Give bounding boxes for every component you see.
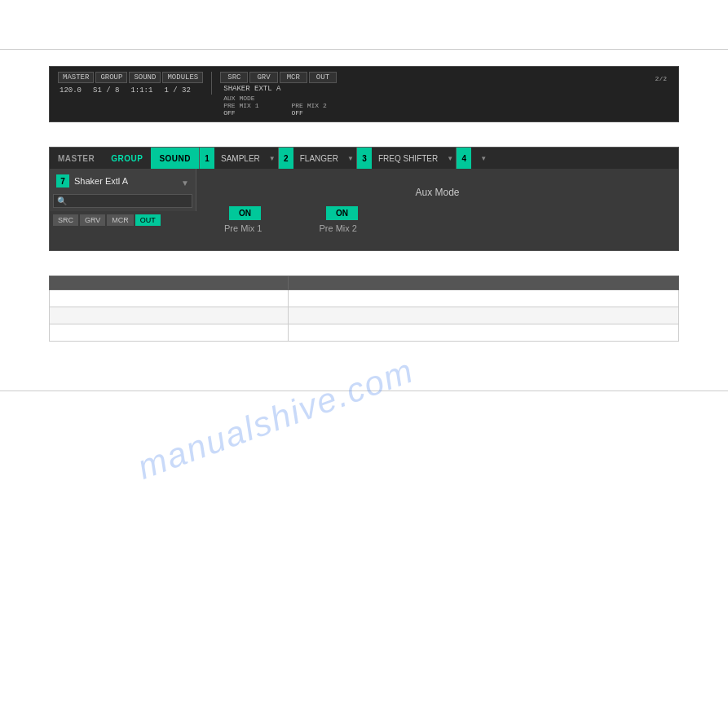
plugin-slot-4: 4 ▼ — [456, 148, 489, 169]
transport-panel: MASTER GROUP SOUND MODULES 120.0 S1 / 8 … — [49, 66, 679, 122]
bottom-tab-grv[interactable]: GRV — [80, 214, 105, 226]
transport-premix2-label: PRE MIX 2 — [291, 102, 326, 109]
plugin-arrow-3[interactable]: ▼ — [444, 155, 456, 162]
plugin-num-4: 4 — [457, 148, 471, 169]
transport-tab-group[interactable]: GROUP — [95, 72, 127, 83]
transport-time: 1:1:1 — [130, 86, 152, 95]
mixer-right: Aux Mode ON ON Pre Mix 1 Pre Mix 2 — [196, 169, 678, 250]
table-row — [50, 307, 679, 324]
table-header-col1 — [50, 276, 289, 290]
sound-dropdown-arrow[interactable]: ▼ — [178, 175, 192, 191]
bottom-tab-mcr[interactable]: MCR — [107, 214, 134, 226]
table-cell-2-2 — [289, 307, 679, 324]
sound-item-7[interactable]: 7 Shaker Extl A — [53, 172, 131, 190]
plugin-num-1: 1 — [200, 148, 214, 169]
transport-left: MASTER GROUP SOUND MODULES 120.0 S1 / 8 … — [58, 72, 212, 95]
plugin-arrow-1[interactable]: ▼ — [267, 155, 278, 162]
transport-premix2-value: OFF — [291, 109, 326, 117]
aux-on-btn-2[interactable]: ON — [326, 206, 358, 220]
transport-premix1-label: PRE MIX 1 — [223, 102, 258, 109]
table-cell-2-1 — [50, 307, 289, 324]
transport-tab-mcr[interactable]: MCR — [280, 72, 307, 83]
aux-on-btn-1[interactable]: ON — [229, 206, 261, 220]
transport-premix1-value: OFF — [223, 109, 258, 117]
aux-labels-row: Pre Mix 1 Pre Mix 2 — [213, 223, 662, 233]
transport-tab-src[interactable]: SRC — [220, 72, 248, 83]
bottom-tab-src[interactable]: SRC — [53, 214, 78, 226]
transport-premix2: PRE MIX 2 OFF — [291, 102, 326, 117]
transport-tab-master[interactable]: MASTER — [58, 72, 94, 83]
transport-premix-row: PRE MIX 1 OFF PRE MIX 2 OFF — [220, 102, 670, 117]
table-cell-3-2 — [289, 324, 679, 342]
plugin-arrow-2[interactable]: ▼ — [345, 155, 356, 162]
table-cell-3-1 — [50, 324, 289, 342]
transport-right-tabs: SRC GRV MCR OUT — [220, 72, 337, 83]
transport-tabs: MASTER GROUP SOUND MODULES — [58, 72, 203, 83]
mixer-panel: MASTER GROUP SOUND 1 SAMPLER ▼ 2 FLANGER… — [49, 147, 679, 251]
transport-bar: 1 / 32 — [164, 86, 190, 95]
transport-position: S1 / 8 — [93, 86, 119, 95]
sound-name-7: Shaker Extl A — [74, 176, 128, 186]
table-header-col2 — [289, 276, 679, 290]
transport-tab-grv[interactable]: GRV — [249, 72, 277, 83]
doc-table — [49, 276, 679, 342]
pre-mix-1-label: Pre Mix 1 — [224, 223, 262, 233]
transport-sound-name: SHAKER EXTL A — [220, 85, 670, 93]
sound-search-input[interactable] — [53, 194, 192, 208]
aux-buttons-row: ON ON — [213, 206, 662, 220]
table-cell-1-2 — [289, 290, 679, 307]
mixer-header: MASTER GROUP SOUND 1 SAMPLER ▼ 2 FLANGER… — [50, 148, 678, 169]
transport-right: SRC GRV MCR OUT 2/2 SHAKER EXTL A AUX MO… — [220, 72, 670, 117]
transport-premix1: PRE MIX 1 OFF — [223, 102, 258, 117]
bottom-tab-out[interactable]: OUT — [135, 214, 161, 226]
table-row — [50, 324, 679, 342]
table-row — [50, 290, 679, 307]
transport-values: 120.0 S1 / 8 1:1:1 1 / 32 — [58, 86, 203, 95]
transport-page: 2/2 — [655, 75, 670, 82]
pre-mix-2-label: Pre Mix 2 — [319, 223, 356, 233]
mixer-bottom-tabs: SRC GRV MCR OUT — [50, 211, 196, 229]
bottom-divider — [0, 390, 728, 391]
plugin-name-3[interactable]: FREQ SHIFTER — [372, 148, 444, 169]
mixer-tab-group[interactable]: GROUP — [103, 148, 151, 169]
table-cell-1-1 — [50, 290, 289, 307]
transport-tab-out[interactable]: OUT — [309, 72, 337, 83]
transport-mode-label: AUX MODE — [223, 95, 254, 102]
plugin-slot-3: 3 FREQ SHIFTER ▼ — [356, 148, 456, 169]
mixer-body: 7 Shaker Extl A ▼ SRC GRV MCR OUT — [50, 169, 678, 250]
transport-bpm: 120.0 — [60, 86, 82, 95]
transport-mode-row: AUX MODE — [220, 95, 670, 102]
mixer-tab-sound[interactable]: SOUND — [151, 148, 199, 169]
sound-num-7: 7 — [56, 174, 69, 188]
plugin-num-3: 3 — [357, 148, 372, 169]
mixer-left-col: 7 Shaker Extl A ▼ SRC GRV MCR OUT — [50, 169, 196, 250]
plugin-name-1[interactable]: SAMPLER — [214, 148, 267, 169]
plugin-num-2: 2 — [279, 148, 293, 169]
plugin-slot-2: 2 FLANGER ▼ — [278, 148, 356, 169]
transport-tab-modules[interactable]: MODULES — [162, 72, 203, 83]
plugin-name-2[interactable]: FLANGER — [293, 148, 345, 169]
mixer-sounds-panel: 7 Shaker Extl A ▼ — [50, 169, 196, 211]
plugin-slot-1: 1 SAMPLER ▼ — [199, 148, 278, 169]
mixer-tab-master[interactable]: MASTER — [50, 148, 103, 169]
aux-mode-label: Aux Mode — [213, 187, 662, 198]
plugin-arrow-4[interactable]: ▼ — [478, 155, 489, 162]
transport-tab-sound[interactable]: SOUND — [129, 72, 161, 83]
